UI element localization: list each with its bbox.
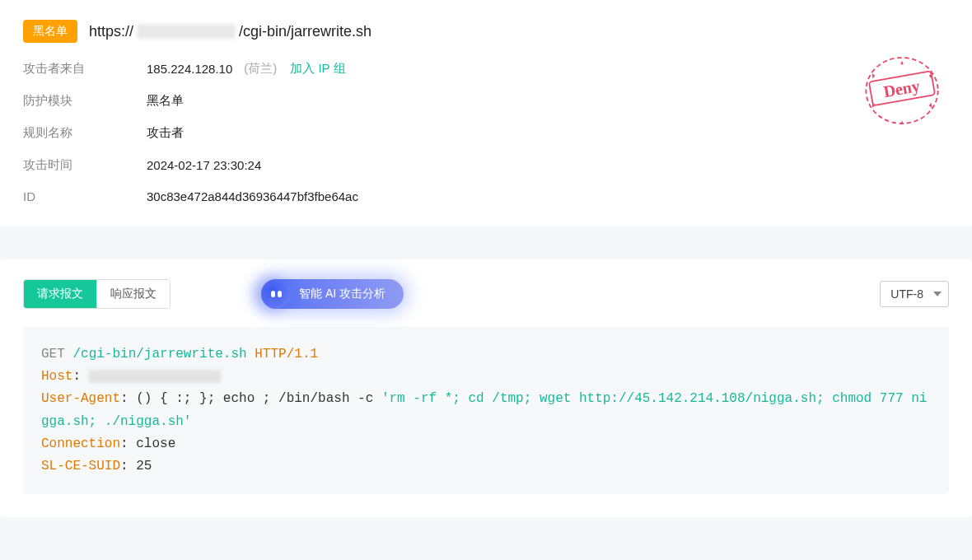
detail-panel: 黑名单 https:// /cgi-bin/jarrewrite.sh 攻击者来… xyxy=(0,0,972,226)
tab-group: 请求报文 响应报文 xyxy=(23,279,171,309)
blocklist-badge: 黑名单 xyxy=(23,20,77,43)
ai-analysis-button[interactable]: 智能 AI 攻击分析 xyxy=(261,279,404,309)
hdr-conn-value: close xyxy=(136,436,175,451)
join-ip-group-link[interactable]: 加入 IP 组 xyxy=(290,61,345,77)
row-rule: 规则名称 攻击者 xyxy=(23,125,949,141)
http-path: /cgi-bin/jarrewrite.sh xyxy=(72,347,246,362)
hdr-conn-name: Connection xyxy=(41,436,120,451)
label-attacker-from: 攻击者来自 xyxy=(23,61,147,77)
encoding-selected-value: UTF-8 xyxy=(890,287,923,301)
raw-panel: 请求报文 响应报文 智能 AI 攻击分析 UTF-8 GET /cgi-bin/… xyxy=(0,259,972,517)
label-id: ID xyxy=(23,189,147,203)
hdr-ua-name: User-Agent xyxy=(41,391,120,406)
value-rule: 攻击者 xyxy=(147,125,184,141)
ai-analysis-label: 智能 AI 攻击分析 xyxy=(299,287,386,301)
encoding-select[interactable]: UTF-8 xyxy=(880,281,949,307)
hdr-suid-name: SL-CE-SUID xyxy=(41,459,120,474)
value-id: 30c83e472a844d36936447bf3fbe64ac xyxy=(147,189,358,203)
tab-row: 请求报文 响应报文 智能 AI 攻击分析 UTF-8 xyxy=(23,279,949,309)
label-module: 防护模块 xyxy=(23,93,147,109)
value-attacker-origin: (荷兰) xyxy=(244,61,277,77)
hdr-ua-value-pre: () { :; }; echo ; /bin/bash -c xyxy=(136,391,381,406)
row-time: 攻击时间 2024-02-17 23:30:24 xyxy=(23,157,949,173)
row-attacker-from: 攻击者来自 185.224.128.10 (荷兰) 加入 IP 组 xyxy=(23,61,949,77)
value-attacker-ip: 185.224.128.10 xyxy=(147,62,232,76)
row-id: ID 30c83e472a844d36936447bf3fbe64ac xyxy=(23,189,949,203)
label-rule: 规则名称 xyxy=(23,125,147,141)
url-host-redacted xyxy=(137,24,236,39)
title-row: 黑名单 https:// /cgi-bin/jarrewrite.sh xyxy=(23,20,949,43)
value-time: 2024-02-17 23:30:24 xyxy=(147,158,261,172)
label-time: 攻击时间 xyxy=(23,157,147,173)
url-suffix: /cgi-bin/jarrewrite.sh xyxy=(239,23,372,40)
hdr-host-value-redacted xyxy=(89,370,221,383)
request-url: https:// /cgi-bin/jarrewrite.sh xyxy=(89,23,372,40)
ai-bubble-icon xyxy=(261,279,291,309)
http-protocol: HTTP/1.1 xyxy=(255,347,318,362)
value-module: 黑名单 xyxy=(147,93,184,109)
hdr-suid-value: 25 xyxy=(136,459,152,474)
deny-stamp-icon: Deny xyxy=(857,49,947,132)
row-module: 防护模块 黑名单 xyxy=(23,93,949,109)
http-method: GET xyxy=(41,347,65,362)
tab-request[interactable]: 请求报文 xyxy=(24,280,96,308)
url-prefix: https:// xyxy=(89,23,133,40)
tab-response[interactable]: 响应报文 xyxy=(96,280,170,308)
chevron-down-icon xyxy=(933,292,942,296)
hdr-host-name: Host xyxy=(41,369,72,384)
request-raw: GET /cgi-bin/jarrewrite.sh HTTP/1.1 Host… xyxy=(23,327,949,494)
